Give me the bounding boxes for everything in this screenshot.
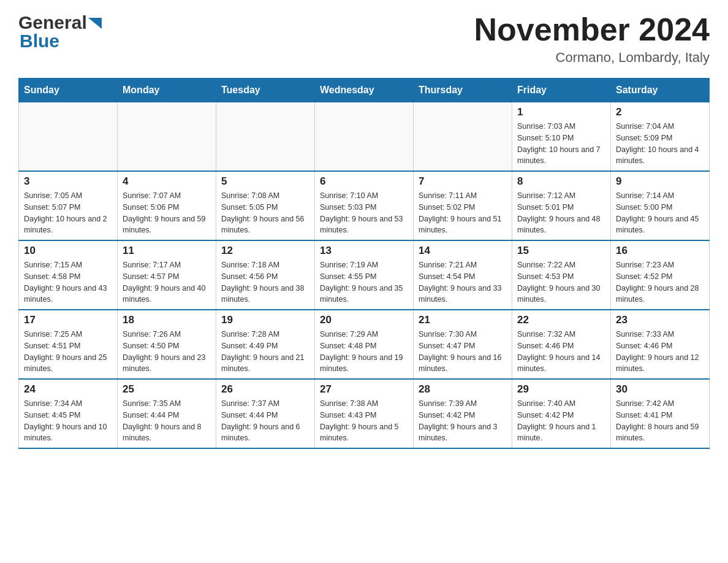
day-info: Sunrise: 7:25 AMSunset: 4:51 PMDaylight:… bbox=[24, 329, 112, 375]
day-number: 7 bbox=[419, 175, 507, 188]
calendar-day-cell: 2Sunrise: 7:04 AMSunset: 5:09 PMDaylight… bbox=[611, 102, 710, 172]
day-info: Sunrise: 7:10 AMSunset: 5:03 PMDaylight:… bbox=[320, 190, 408, 236]
calendar-day-cell: 19Sunrise: 7:28 AMSunset: 4:49 PMDayligh… bbox=[216, 310, 315, 379]
calendar-day-cell: 17Sunrise: 7:25 AMSunset: 4:51 PMDayligh… bbox=[19, 310, 118, 379]
day-number: 9 bbox=[616, 175, 704, 188]
calendar-week-row: 17Sunrise: 7:25 AMSunset: 4:51 PMDayligh… bbox=[19, 310, 710, 379]
day-number: 15 bbox=[517, 245, 605, 257]
calendar-day-cell: 20Sunrise: 7:29 AMSunset: 4:48 PMDayligh… bbox=[315, 310, 414, 379]
logo-general-text: General bbox=[18, 12, 87, 33]
day-number: 6 bbox=[320, 175, 408, 188]
day-number: 10 bbox=[24, 245, 112, 257]
day-number: 14 bbox=[419, 245, 507, 257]
day-info: Sunrise: 7:29 AMSunset: 4:48 PMDaylight:… bbox=[320, 329, 408, 375]
location-text: Cormano, Lombardy, Italy bbox=[474, 50, 710, 66]
calendar-week-row: 24Sunrise: 7:34 AMSunset: 4:45 PMDayligh… bbox=[19, 379, 710, 448]
day-info: Sunrise: 7:21 AMSunset: 4:54 PMDaylight:… bbox=[419, 259, 507, 305]
day-number: 21 bbox=[419, 314, 507, 326]
calendar-day-cell: 10Sunrise: 7:15 AMSunset: 4:58 PMDayligh… bbox=[19, 240, 118, 310]
day-info: Sunrise: 7:35 AMSunset: 4:44 PMDaylight:… bbox=[123, 398, 211, 444]
day-number: 30 bbox=[616, 383, 704, 396]
calendar-day-cell: 7Sunrise: 7:11 AMSunset: 5:02 PMDaylight… bbox=[414, 171, 512, 240]
calendar-day-cell: 4Sunrise: 7:07 AMSunset: 5:06 PMDaylight… bbox=[118, 171, 216, 240]
day-number: 27 bbox=[320, 383, 408, 396]
calendar-day-cell: 6Sunrise: 7:10 AMSunset: 5:03 PMDaylight… bbox=[315, 171, 414, 240]
day-number: 2 bbox=[616, 106, 704, 118]
calendar-day-cell: 9Sunrise: 7:14 AMSunset: 5:00 PMDaylight… bbox=[611, 171, 710, 240]
day-info: Sunrise: 7:12 AMSunset: 5:01 PMDaylight:… bbox=[517, 190, 605, 236]
calendar-day-cell: 28Sunrise: 7:39 AMSunset: 4:42 PMDayligh… bbox=[414, 379, 512, 448]
weekday-header-saturday: Saturday bbox=[611, 79, 710, 102]
day-info: Sunrise: 7:17 AMSunset: 4:57 PMDaylight:… bbox=[123, 259, 211, 305]
day-number: 12 bbox=[221, 245, 309, 257]
day-info: Sunrise: 7:05 AMSunset: 5:07 PMDaylight:… bbox=[24, 190, 112, 236]
calendar-day-cell bbox=[19, 102, 118, 172]
day-info: Sunrise: 7:40 AMSunset: 4:42 PMDaylight:… bbox=[517, 398, 605, 444]
day-info: Sunrise: 7:22 AMSunset: 4:53 PMDaylight:… bbox=[517, 259, 605, 305]
day-info: Sunrise: 7:28 AMSunset: 4:49 PMDaylight:… bbox=[221, 329, 309, 375]
day-number: 8 bbox=[517, 175, 605, 188]
calendar-week-row: 1Sunrise: 7:03 AMSunset: 5:10 PMDaylight… bbox=[19, 102, 710, 172]
day-info: Sunrise: 7:03 AMSunset: 5:10 PMDaylight:… bbox=[517, 121, 605, 167]
calendar-day-cell bbox=[414, 102, 512, 172]
day-info: Sunrise: 7:34 AMSunset: 4:45 PMDaylight:… bbox=[24, 398, 112, 444]
logo: General Blue bbox=[18, 12, 102, 52]
day-number: 13 bbox=[320, 245, 408, 257]
weekday-header-row: SundayMondayTuesdayWednesdayThursdayFrid… bbox=[19, 79, 710, 102]
calendar-day-cell bbox=[216, 102, 315, 172]
logo-blue-text: Blue bbox=[20, 31, 59, 52]
day-info: Sunrise: 7:26 AMSunset: 4:50 PMDaylight:… bbox=[123, 329, 211, 375]
calendar-day-cell: 27Sunrise: 7:38 AMSunset: 4:43 PMDayligh… bbox=[315, 379, 414, 448]
day-number: 20 bbox=[320, 314, 408, 326]
day-number: 1 bbox=[517, 106, 605, 118]
day-info: Sunrise: 7:07 AMSunset: 5:06 PMDaylight:… bbox=[123, 190, 211, 236]
day-number: 28 bbox=[419, 383, 507, 396]
calendar-day-cell: 25Sunrise: 7:35 AMSunset: 4:44 PMDayligh… bbox=[118, 379, 216, 448]
calendar-day-cell: 24Sunrise: 7:34 AMSunset: 4:45 PMDayligh… bbox=[19, 379, 118, 448]
calendar-day-cell: 26Sunrise: 7:37 AMSunset: 4:44 PMDayligh… bbox=[216, 379, 315, 448]
day-info: Sunrise: 7:14 AMSunset: 5:00 PMDaylight:… bbox=[616, 190, 704, 236]
day-number: 11 bbox=[123, 245, 211, 257]
day-info: Sunrise: 7:08 AMSunset: 5:05 PMDaylight:… bbox=[221, 190, 309, 236]
calendar-day-cell: 23Sunrise: 7:33 AMSunset: 4:46 PMDayligh… bbox=[611, 310, 710, 379]
day-number: 29 bbox=[517, 383, 605, 396]
day-number: 23 bbox=[616, 314, 704, 326]
day-number: 26 bbox=[221, 383, 309, 396]
day-info: Sunrise: 7:37 AMSunset: 4:44 PMDaylight:… bbox=[221, 398, 309, 444]
day-number: 4 bbox=[123, 175, 211, 188]
calendar-day-cell bbox=[315, 102, 414, 172]
svg-marker-0 bbox=[88, 18, 102, 29]
weekday-header-tuesday: Tuesday bbox=[216, 79, 315, 102]
day-info: Sunrise: 7:38 AMSunset: 4:43 PMDaylight:… bbox=[320, 398, 408, 444]
day-number: 24 bbox=[24, 383, 112, 396]
calendar-day-cell: 30Sunrise: 7:42 AMSunset: 4:41 PMDayligh… bbox=[611, 379, 710, 448]
day-number: 19 bbox=[221, 314, 309, 326]
day-info: Sunrise: 7:42 AMSunset: 4:41 PMDaylight:… bbox=[616, 398, 704, 444]
calendar-day-cell: 3Sunrise: 7:05 AMSunset: 5:07 PMDaylight… bbox=[19, 171, 118, 240]
day-info: Sunrise: 7:11 AMSunset: 5:02 PMDaylight:… bbox=[419, 190, 507, 236]
day-number: 22 bbox=[517, 314, 605, 326]
day-info: Sunrise: 7:39 AMSunset: 4:42 PMDaylight:… bbox=[419, 398, 507, 444]
day-number: 5 bbox=[221, 175, 309, 188]
day-number: 18 bbox=[123, 314, 211, 326]
weekday-header-thursday: Thursday bbox=[414, 79, 512, 102]
calendar-day-cell: 22Sunrise: 7:32 AMSunset: 4:46 PMDayligh… bbox=[512, 310, 611, 379]
weekday-header-monday: Monday bbox=[118, 79, 216, 102]
day-number: 16 bbox=[616, 245, 704, 257]
day-number: 17 bbox=[24, 314, 112, 326]
calendar-day-cell: 14Sunrise: 7:21 AMSunset: 4:54 PMDayligh… bbox=[414, 240, 512, 310]
day-info: Sunrise: 7:19 AMSunset: 4:55 PMDaylight:… bbox=[320, 259, 408, 305]
page-header: General Blue November 2024 Cormano, Lomb… bbox=[18, 12, 710, 66]
weekday-header-friday: Friday bbox=[512, 79, 611, 102]
calendar-day-cell: 1Sunrise: 7:03 AMSunset: 5:10 PMDaylight… bbox=[512, 102, 611, 172]
day-number: 3 bbox=[24, 175, 112, 188]
day-number: 25 bbox=[123, 383, 211, 396]
calendar-day-cell: 15Sunrise: 7:22 AMSunset: 4:53 PMDayligh… bbox=[512, 240, 611, 310]
title-area: November 2024 Cormano, Lombardy, Italy bbox=[474, 12, 710, 66]
day-info: Sunrise: 7:15 AMSunset: 4:58 PMDaylight:… bbox=[24, 259, 112, 305]
calendar-day-cell: 13Sunrise: 7:19 AMSunset: 4:55 PMDayligh… bbox=[315, 240, 414, 310]
weekday-header-wednesday: Wednesday bbox=[315, 79, 414, 102]
calendar-day-cell: 18Sunrise: 7:26 AMSunset: 4:50 PMDayligh… bbox=[118, 310, 216, 379]
calendar-day-cell: 5Sunrise: 7:08 AMSunset: 5:05 PMDaylight… bbox=[216, 171, 315, 240]
calendar-week-row: 10Sunrise: 7:15 AMSunset: 4:58 PMDayligh… bbox=[19, 240, 710, 310]
